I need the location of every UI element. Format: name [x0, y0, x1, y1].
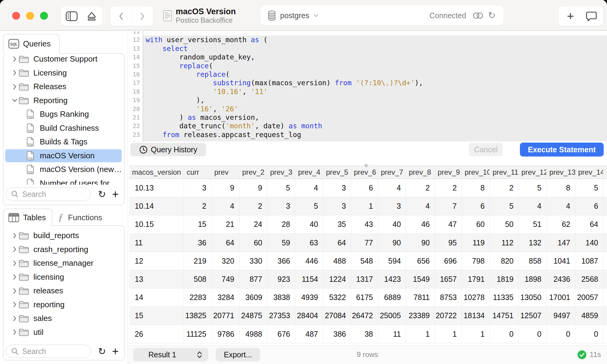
refresh-queries-button[interactable]: ↻ [96, 190, 108, 199]
export-button[interactable]: Export... [216, 348, 260, 361]
table-row[interactable]: 26111259786498867648738638111110000 [129, 325, 607, 343]
sidebar-query-item[interactable]: SQLmacOS Version [4, 149, 124, 163]
sidebar-query-item[interactable]: SQLBuilds & Tags [4, 135, 124, 149]
editor-line[interactable]: 22 date_trunc('month', date) as month [128, 122, 607, 130]
new-item-button[interactable]: + [561, 7, 580, 25]
editor-line[interactable]: 18 '10.16', '11' [128, 87, 607, 96]
minimize-window-button[interactable] [26, 12, 34, 20]
column-header[interactable]: prev_10 [462, 166, 490, 179]
link-icon[interactable] [472, 11, 484, 20]
column-header[interactable]: prev_2 [239, 166, 267, 179]
column-header[interactable]: macos_version [129, 166, 184, 179]
chevron-right-icon[interactable] [11, 329, 19, 335]
chevron-down-icon[interactable] [11, 98, 19, 103]
sidebar-query-item[interactable]: SQLmacOS Version (new… [4, 163, 124, 177]
column-header[interactable]: prev_3 [267, 166, 295, 179]
column-header[interactable]: prev_8 [406, 166, 435, 179]
sidebar-schema-item[interactable]: releases [4, 284, 124, 298]
table-row[interactable]: 10.14242353134765446 [129, 197, 607, 215]
editor-line[interactable]: 13 select [128, 44, 607, 53]
tab-functions[interactable]: ƒ Functions [57, 209, 102, 226]
chevron-right-icon[interactable] [11, 56, 19, 62]
sidebar-schema-item[interactable]: util [4, 325, 124, 339]
sql-editor[interactable]: 1112with user_versions_month as (13 sele… [128, 31, 607, 141]
editor-line[interactable]: 20 '16', '26' [128, 105, 607, 113]
table-row[interactable]: 10.13399543642282585 [129, 179, 607, 197]
add-table-button[interactable]: + [109, 345, 122, 357]
tab-tables[interactable]: Tables [3, 209, 52, 226]
sidebar-query-item[interactable]: SQLNumber of users for [4, 177, 124, 185]
column-header[interactable]: prev_13 [547, 166, 575, 179]
editor-line[interactable]: 14 random_update_key, [128, 53, 607, 61]
tab-queries[interactable]: SQL Queries [3, 34, 59, 54]
close-window-button[interactable] [12, 12, 20, 20]
column-header[interactable]: prev_7 [378, 166, 406, 179]
chevron-right-icon[interactable] [11, 301, 19, 308]
reconnect-icon[interactable]: ↻ [488, 11, 496, 20]
sidebar-query-item[interactable]: SQLBuild Crashiness [4, 121, 124, 135]
column-header[interactable]: prev_5 [323, 166, 351, 179]
chevron-right-icon[interactable] [11, 274, 19, 280]
chevron-right-icon[interactable] [11, 288, 19, 294]
column-header[interactable]: prev_6 [351, 166, 378, 179]
zoom-window-button[interactable] [40, 12, 48, 20]
chevron-down-icon[interactable] [313, 14, 319, 18]
sidebar-query-item[interactable]: SQLBugs Ranking [4, 107, 124, 121]
chevron-right-icon[interactable] [11, 232, 19, 239]
sidebar-schema-item[interactable]: sales [4, 312, 124, 325]
editor-line[interactable]: 11 [128, 31, 607, 35]
table-cell: 24875 [239, 307, 267, 325]
sidebar-schema-item[interactable]: reporting [4, 298, 124, 312]
column-header[interactable]: prev_9 [435, 166, 462, 179]
sidebar-folder-item[interactable]: Licensing [4, 66, 124, 80]
execute-statement-button[interactable]: Execute Statement [520, 143, 604, 157]
editor-line[interactable]: 19 ), [128, 96, 607, 104]
result-selector[interactable]: Result 1 [133, 348, 208, 361]
chevron-right-icon[interactable] [11, 246, 19, 253]
table-row[interactable]: 1136646059636477909095119112132147140 [129, 234, 607, 252]
column-header[interactable] [603, 166, 607, 179]
table-row[interactable]: 1221932033036644648854859465669679882085… [129, 252, 607, 270]
database-selector[interactable]: postgres [280, 11, 309, 20]
column-header[interactable]: prev [212, 166, 239, 179]
chevron-right-icon[interactable] [11, 83, 19, 90]
editor-line[interactable]: 23 from releases.appcast_request_log [128, 130, 607, 139]
column-header[interactable]: prev_11 [490, 166, 519, 179]
editor-line[interactable]: 21 ) as macos_version, [128, 113, 607, 122]
editor-line[interactable]: 12with user_versions_month as ( [128, 35, 607, 44]
feedback-button[interactable] [582, 7, 600, 25]
queries-search-input[interactable]: Search [6, 187, 91, 201]
sidebar-schema-item[interactable]: build_reports [4, 229, 124, 243]
table-row[interactable]: 1513825207712487527353284042708426472250… [129, 307, 607, 325]
table-row[interactable]: 10.15152124284035434046476050516264 [129, 215, 607, 234]
table-row[interactable]: 1350874987792311541224131714231549165717… [129, 270, 607, 288]
disconnect-button[interactable] [83, 7, 101, 25]
chevron-right-icon[interactable] [11, 315, 19, 322]
editor-line[interactable]: 24 [128, 139, 607, 141]
table-row[interactable]: 1422833284360938384939532261756889781187… [129, 288, 607, 307]
column-header[interactable]: prev_12 [519, 166, 547, 179]
query-history-button[interactable]: Query History [130, 143, 206, 156]
forward-button[interactable] [133, 7, 151, 25]
chevron-right-icon[interactable] [11, 69, 19, 76]
tables-search-input[interactable]: Search [6, 345, 91, 358]
sidebar-folder-item[interactable]: Reporting [4, 94, 124, 108]
editor-line[interactable]: 17 substring(max(macos_version) from '(?… [128, 79, 607, 87]
refresh-tables-button[interactable]: ↻ [96, 347, 108, 356]
sidebar-schema-item[interactable]: licensing [4, 270, 124, 284]
sidebar-folder-item[interactable]: Releases [4, 80, 124, 94]
back-button[interactable] [112, 7, 130, 25]
sidebar-schema-item[interactable]: crash_reporting [4, 243, 124, 257]
sidebar-folder-item[interactable]: Customer Support [4, 52, 124, 66]
add-query-button[interactable]: + [109, 188, 122, 200]
sidebar-schema-item[interactable]: license_manager [4, 256, 124, 270]
column-header[interactable]: prev_14 [575, 166, 603, 179]
toggle-sidebar-button[interactable] [63, 7, 81, 25]
column-header[interactable]: prev_4 [295, 166, 323, 179]
column-header[interactable]: curr [184, 166, 212, 179]
editor-line[interactable]: 15 replace( [128, 62, 607, 70]
chevron-right-icon[interactable] [11, 260, 19, 267]
table-cell: 9 [239, 179, 267, 197]
splitter-handle[interactable] [365, 164, 368, 167]
editor-line[interactable]: 16 replace( [128, 70, 607, 79]
